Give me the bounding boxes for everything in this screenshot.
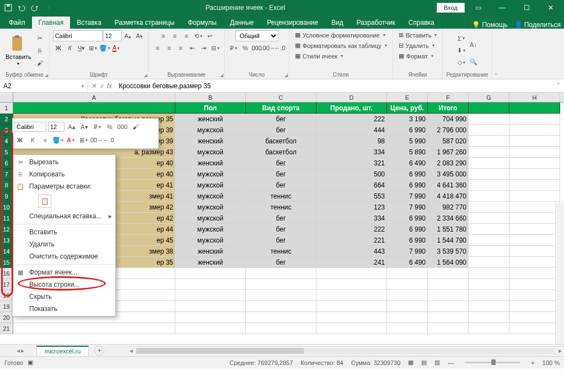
cell[interactable]	[469, 125, 509, 136]
cell[interactable]	[469, 202, 509, 213]
increase-decimal-icon[interactable]: .00→	[263, 42, 274, 53]
tab-home[interactable]: Главная	[32, 17, 71, 29]
cell[interactable]	[509, 136, 560, 147]
row-header[interactable]: 8	[0, 180, 13, 191]
align-top-icon[interactable]: ≡	[158, 30, 169, 41]
cell[interactable]: 6 990	[387, 213, 428, 224]
zoom-in-icon[interactable]: +	[531, 359, 534, 366]
cell[interactable]	[509, 114, 560, 125]
cell[interactable]: 5 990	[387, 136, 428, 147]
cell[interactable]: 4 418 470	[428, 191, 469, 202]
cell[interactable]: мужской	[175, 147, 246, 158]
mini-size-combo[interactable]	[48, 122, 65, 132]
cell[interactable]	[509, 279, 560, 290]
cell[interactable]	[316, 279, 387, 290]
increase-font-icon[interactable]: A▴	[122, 30, 133, 41]
orientation-icon[interactable]: ⟲	[192, 30, 203, 41]
tab-review[interactable]: Рецензирование	[260, 17, 325, 29]
cell[interactable]	[428, 268, 469, 279]
cell[interactable]	[246, 312, 316, 323]
cell[interactable]	[246, 279, 316, 290]
collapse-ribbon-icon[interactable]: ˄	[492, 29, 500, 79]
cell[interactable]: женский	[175, 257, 246, 268]
row-header[interactable]: 1	[0, 103, 13, 114]
clear-icon[interactable]: ◇	[456, 57, 467, 68]
font-color-icon[interactable]: A	[111, 42, 122, 53]
col-header[interactable]: C	[246, 93, 316, 102]
cell[interactable]: бег	[246, 125, 316, 136]
cell[interactable]	[469, 136, 509, 147]
cell[interactable]: бег	[246, 235, 316, 246]
cell[interactable]	[509, 301, 560, 312]
cell[interactable]: женский	[175, 114, 246, 125]
sheet-nav-prev-icon[interactable]: ◂	[17, 347, 20, 355]
cell[interactable]: бег	[246, 213, 316, 224]
sort-filter-icon[interactable]: A↓	[468, 34, 479, 56]
cm-paste-special[interactable]: Специальная вставка...▸	[13, 210, 115, 222]
format-painter-icon[interactable]: 🖌	[35, 57, 46, 68]
header-cell[interactable]	[13, 103, 175, 114]
cell[interactable]: мужской	[175, 224, 246, 235]
zoom-slider[interactable]	[465, 362, 520, 363]
row-header[interactable]: 19	[0, 301, 13, 312]
tab-developer[interactable]: Разработчик	[350, 17, 402, 29]
cell[interactable]	[175, 323, 246, 334]
cell[interactable]	[387, 268, 428, 279]
cell[interactable]	[509, 169, 560, 180]
cell[interactable]: женский	[175, 158, 246, 169]
cell[interactable]	[316, 268, 387, 279]
tab-insert[interactable]: Вставка	[70, 17, 108, 29]
header-cell[interactable]: Цена, руб.	[387, 103, 428, 114]
wrap-text-icon[interactable]: ↩	[204, 30, 215, 41]
cell[interactable]	[469, 312, 509, 323]
zoom-out-icon[interactable]: —	[448, 359, 454, 366]
cell[interactable]	[175, 290, 246, 301]
cell[interactable]	[469, 290, 509, 301]
row-header[interactable]: 18	[0, 290, 13, 301]
cell[interactable]	[246, 290, 316, 301]
cell[interactable]: мужской	[175, 213, 246, 224]
view-page-icon[interactable]: ▤	[421, 359, 427, 366]
cell[interactable]: мужской	[175, 169, 246, 180]
cell[interactable]	[509, 213, 560, 224]
cell[interactable]: мужской	[175, 125, 246, 136]
cell[interactable]: 1 967 260	[428, 147, 469, 158]
cell[interactable]: 1 544 790	[428, 235, 469, 246]
cell[interactable]	[509, 158, 560, 169]
paste-button[interactable]: Вставить▾	[3, 34, 34, 67]
cell[interactable]	[428, 290, 469, 301]
row-header[interactable]: 17	[0, 279, 13, 290]
fill-icon[interactable]: ⬇	[456, 45, 467, 56]
cell[interactable]	[13, 323, 175, 334]
cell[interactable]: мужской	[175, 235, 246, 246]
share-button[interactable]: 👤 Поделиться	[514, 21, 561, 29]
hscroll-right-icon[interactable]: ▸	[556, 347, 564, 355]
cell[interactable]	[509, 191, 560, 202]
cell[interactable]	[509, 268, 560, 279]
cell[interactable]: бег	[246, 158, 316, 169]
mini-font-color-icon[interactable]: A	[65, 135, 76, 146]
row-header[interactable]: 2	[0, 114, 13, 125]
mini-font-combo[interactable]	[14, 122, 46, 132]
font-name-combo[interactable]	[53, 30, 103, 41]
horizontal-scrollbar[interactable]	[136, 348, 555, 354]
cell[interactable]: 587 020	[428, 136, 469, 147]
cell[interactable]: 321	[316, 158, 387, 169]
currency-icon[interactable]: ₽	[228, 42, 239, 53]
cell[interactable]	[469, 301, 509, 312]
cell[interactable]: 222	[316, 224, 387, 235]
cell[interactable]: бег	[246, 224, 316, 235]
cm-cut[interactable]: ✂Вырезать	[13, 156, 115, 168]
col-header[interactable]: A	[13, 93, 175, 102]
cell[interactable]	[469, 191, 509, 202]
row-header[interactable]: 7	[0, 169, 13, 180]
cell[interactable]: женский	[175, 246, 246, 257]
cell[interactable]: 6 490	[387, 158, 428, 169]
cell[interactable]	[316, 323, 387, 334]
enter-formula-icon[interactable]: ✓	[99, 82, 105, 90]
cell[interactable]: баскетбол	[246, 136, 316, 147]
underline-icon[interactable]: Ч▾	[76, 42, 87, 53]
cell[interactable]	[509, 235, 560, 246]
align-right-icon[interactable]: ≡	[175, 42, 186, 53]
cell[interactable]: 241	[316, 257, 387, 268]
